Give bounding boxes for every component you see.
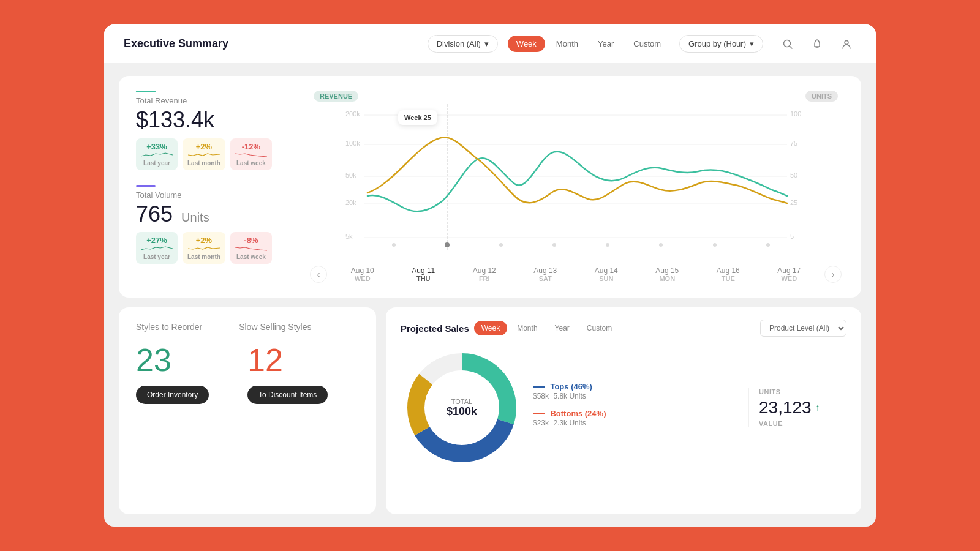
revenue-badge-last-week-value: -12% [242,142,260,151]
chart-date-aug13: Aug 13 SAT [533,266,557,282]
svg-text:50: 50 [790,171,797,179]
revenue-sparkline-week [235,152,267,157]
volume-accent [136,185,156,187]
svg-point-20 [445,242,450,247]
chart-date-aug16: Aug 16 TUE [717,266,740,282]
svg-text:25: 25 [790,199,797,206]
volume-badges: +27% Last year +2% Last month [136,232,307,264]
ps-right-panel: UNITS 23,123 ↑ VALUE [748,388,846,427]
volume-sparkline-year [141,246,173,251]
dashboard: Executive Summary Division (All) ▾ Week … [104,24,876,527]
top-card: Total Revenue $133.4k +33% Last year +2% [119,76,861,298]
bottom-left-cols: 23 Order Inventory 12 To Discount Items [136,342,359,404]
revenue-value: $133.4k [136,108,307,132]
ps-legend-bottoms-name: Bottoms (24%) [533,408,739,419]
chart-area: REVENUE UNITS Week 25 200k 100k 50k 20k … [307,91,844,283]
svg-text:75: 75 [790,140,797,147]
chart-prev-btn[interactable]: ‹ [310,266,327,283]
volume-badge-last-year-sub: Last year [143,253,170,260]
division-select[interactable]: Division (All) ▾ [428,35,498,53]
donut-chart: TOTAL $100k [401,347,523,469]
svg-point-25 [713,243,717,247]
volume-sparkline-week [235,246,267,251]
slow-selling-title: Slow Selling Styles [239,322,311,332]
ps-legend-bottoms: Bottoms (24%) $23k 2.3k Units [533,408,739,427]
revenue-badge-last-year-value: +33% [146,142,167,151]
units-tag: UNITS [805,91,838,102]
metrics-panel: Total Revenue $133.4k +33% Last year +2% [136,91,307,283]
revenue-sparkline-month [188,152,220,157]
svg-text:100: 100 [790,110,801,118]
ps-legend-bottoms-value: $23k 2.3k Units [533,419,739,427]
revenue-badges: +33% Last year +2% Last month [136,138,307,170]
group-by-select[interactable]: Group by (Hour) ▾ [679,35,763,53]
revenue-label: Total Revenue [136,96,307,105]
ps-legend-tops-value: $58k 5.8k Units [533,392,739,400]
header: Executive Summary Division (All) ▾ Week … [104,24,876,64]
volume-value: 765 Units [136,202,307,227]
donut-value: $100k [447,405,477,418]
search-icon[interactable] [778,34,797,54]
svg-text:5: 5 [790,233,794,240]
ps-time-btn-week[interactable]: Week [474,321,507,335]
ps-time-btn-year[interactable]: Year [548,321,577,335]
projected-sales-header: Projected Sales Week Month Year Custom P… [401,320,846,337]
chart-date-aug10: Aug 10 WED [351,266,374,282]
order-inventory-btn[interactable]: Order Inventory [136,386,209,404]
volume-badge-last-month-value: +2% [196,236,212,245]
donut-label: TOTAL [447,398,477,405]
projected-sales-title: Projected Sales [401,323,469,334]
notification-icon[interactable] [807,34,827,54]
chart-dates: Aug 10 WED Aug 11 THU Aug 12 FRI Aug 1 [327,266,824,282]
chart-date-aug11: Aug 11 THU [412,266,435,282]
volume-block: Total Volume 765 Units +27% Last year [136,185,307,264]
svg-text:50k: 50k [345,171,356,179]
user-icon[interactable] [837,34,856,54]
volume-badge-last-year: +27% Last year [136,232,178,264]
chart-svg-container: Week 25 200k 100k 50k 20k 5k 100 75 50 2… [307,104,844,263]
time-btn-year[interactable]: Year [589,36,622,52]
styles-reorder-col: 23 Order Inventory [136,342,247,404]
chart-date-aug15: Aug 15 MON [655,266,679,282]
time-btn-week[interactable]: Week [508,36,545,52]
header-icons [778,34,856,54]
svg-text:20k: 20k [345,199,356,206]
units-value: 23,123 ↑ [759,398,846,418]
main-chart: 200k 100k 50k 20k 5k 100 75 50 25 5 [307,104,844,263]
svg-text:100k: 100k [345,140,360,147]
revenue-badge-last-year: +33% Last year [136,138,178,170]
ps-time-btn-month[interactable]: Month [510,321,545,335]
bottom-row: Styles to Reorder Slow Selling Styles 23… [119,307,861,514]
revenue-badge-last-month: +2% Last month [183,138,225,170]
ps-legend: Tops (46%) $58k 5.8k Units Bottoms (24%) [533,381,739,435]
volume-badge-last-month-sub: Last month [187,253,221,260]
revenue-sparkline-year [141,152,173,157]
svg-point-23 [606,243,609,247]
chart-date-aug14: Aug 14 SUN [595,266,618,282]
chart-tooltip: Week 25 [398,110,437,125]
revenue-tag: REVENUE [314,91,358,102]
projected-sales-content: TOTAL $100k Tops (46%) $58k [401,347,846,469]
volume-badge-last-month: +2% Last month [183,232,225,264]
donut-center: TOTAL $100k [447,398,477,418]
product-level-select[interactable]: Product Level (All) [760,320,846,337]
discount-items-btn[interactable]: To Discount Items [247,386,328,404]
chart-nav: ‹ Aug 10 WED Aug 11 THU Aug 12 FRI [307,266,844,283]
revenue-badge-last-year-sub: Last year [143,160,170,167]
svg-line-1 [790,46,793,48]
volume-sparkline-month [188,246,220,251]
svg-point-19 [392,243,396,247]
units-trend-icon: ↑ [815,402,820,413]
svg-text:5k: 5k [345,233,353,240]
chart-next-btn[interactable]: › [824,266,842,283]
revenue-accent [136,91,156,92]
ps-time-filter-group: Week Month Year Custom [474,321,619,335]
chart-labels-top: REVENUE UNITS [307,91,844,102]
revenue-block: Total Revenue $133.4k +33% Last year +2% [136,91,307,170]
ps-time-btn-custom[interactable]: Custom [579,321,619,335]
slow-selling-value: 12 [247,342,359,378]
time-btn-custom[interactable]: Custom [625,36,669,52]
styles-reorder-value: 23 [136,342,247,378]
volume-badge-last-year-value: +27% [146,236,167,245]
time-btn-month[interactable]: Month [548,36,587,52]
